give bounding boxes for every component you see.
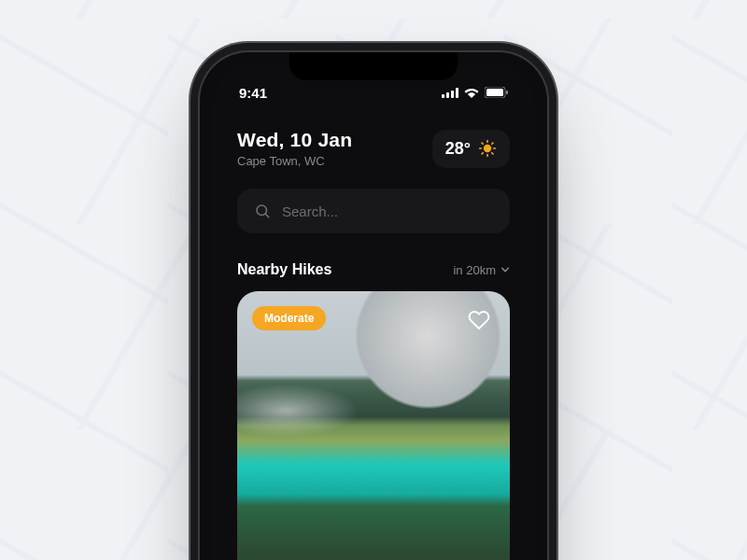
battery-icon xyxy=(485,87,508,98)
status-icons xyxy=(442,87,508,98)
svg-line-15 xyxy=(492,143,493,144)
notch xyxy=(289,52,458,80)
svg-rect-3 xyxy=(456,88,458,98)
svg-line-11 xyxy=(492,153,493,154)
date-heading: Wed, 10 Jan xyxy=(237,129,352,151)
section-title: Nearby Hikes xyxy=(237,261,331,278)
svg-line-17 xyxy=(265,214,269,217)
search-icon xyxy=(254,203,271,219)
chevron-down-icon xyxy=(500,265,510,274)
svg-line-14 xyxy=(482,153,483,154)
temperature-value: 28° xyxy=(445,139,471,159)
svg-rect-0 xyxy=(442,94,444,98)
range-filter[interactable]: in 20km xyxy=(453,263,510,277)
app-screen: 9:41 Wed, 10 Jan Cape Town, WC 28° Nearb… xyxy=(213,65,534,560)
weather-pill[interactable]: 28° xyxy=(432,130,510,168)
svg-point-7 xyxy=(485,146,491,152)
search-input[interactable] xyxy=(282,203,493,219)
svg-rect-2 xyxy=(451,91,454,98)
location-label: Cape Town, WC xyxy=(237,154,352,168)
svg-rect-5 xyxy=(486,89,503,96)
phone-frame: 9:41 Wed, 10 Jan Cape Town, WC 28° Nearb… xyxy=(200,52,547,560)
cellular-icon xyxy=(442,88,458,98)
wifi-icon xyxy=(464,87,479,98)
svg-rect-1 xyxy=(446,92,449,98)
svg-rect-6 xyxy=(506,91,508,94)
favorite-button[interactable] xyxy=(463,304,495,336)
range-label: in 20km xyxy=(453,263,496,277)
svg-line-10 xyxy=(482,143,483,144)
hike-card[interactable]: Moderate xyxy=(237,291,510,560)
date-block: Wed, 10 Jan Cape Town, WC xyxy=(237,129,352,168)
sun-icon xyxy=(478,139,497,158)
section-header: Nearby Hikes in 20km xyxy=(213,233,534,291)
heart-icon xyxy=(468,309,490,331)
difficulty-badge: Moderate xyxy=(252,306,326,330)
search-bar[interactable] xyxy=(237,189,510,233)
header: Wed, 10 Jan Cape Town, WC 28° xyxy=(213,106,534,168)
status-time: 9:41 xyxy=(239,85,267,101)
